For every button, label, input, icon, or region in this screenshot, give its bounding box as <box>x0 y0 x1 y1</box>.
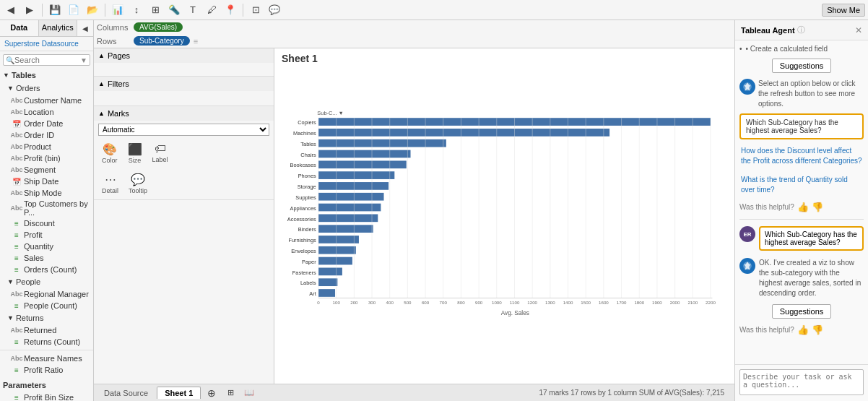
field-ship-mode[interactable]: AbcShip Mode <box>0 187 93 199</box>
bar-bookcases[interactable] <box>318 160 407 168</box>
field-order-date[interactable]: 📅Order Date <box>0 118 93 129</box>
field-ship-date[interactable]: 📅Ship Date <box>0 176 93 187</box>
measure-icon: ≡ <box>12 337 22 347</box>
search-input[interactable] <box>14 56 80 64</box>
data-source-tab[interactable]: Data Source <box>98 387 154 399</box>
marks-label-btn[interactable]: 🏷 Label <box>149 140 172 166</box>
suggestions-button-2[interactable]: Suggestions <box>772 304 832 319</box>
bar-paper[interactable] <box>318 257 352 265</box>
bar-art[interactable] <box>318 289 335 297</box>
thumbs-down-btn-2[interactable]: 👎 <box>812 324 823 335</box>
field-orders-count[interactable]: ≡Orders (Count) <box>0 264 93 275</box>
columns-pill[interactable]: AVG(Sales) <box>134 22 183 32</box>
back-btn[interactable]: ◀ <box>3 2 19 18</box>
field-location[interactable]: AbcLocation <box>0 106 93 118</box>
rows-row: Rows Sub-Category ≡ <box>94 34 734 48</box>
people-group[interactable]: ▼ People <box>0 275 93 288</box>
bar-binders[interactable] <box>318 225 373 233</box>
field-regional-manager[interactable]: AbcRegional Manager <box>0 288 93 300</box>
measure-icon: ≡ <box>12 365 22 375</box>
sheet1-tab[interactable]: Sheet 1 <box>157 387 201 399</box>
thumbs-up-btn-1[interactable]: 👍 <box>797 202 809 212</box>
left-panel-collapse[interactable]: ◀ <box>77 20 93 36</box>
bar-storage[interactable] <box>318 182 389 190</box>
field-product[interactable]: AbcProduct <box>0 141 93 152</box>
open-btn[interactable]: 📂 <box>84 2 100 18</box>
data-tab[interactable]: Data <box>0 20 39 36</box>
add-sheet-btn[interactable]: ⊕ <box>204 385 220 401</box>
marks-tooltip-btn[interactable]: 💬 Tooltip <box>125 171 151 197</box>
analytics-tab[interactable]: Analytics <box>39 20 78 36</box>
field-discount[interactable]: ≡Discount <box>0 217 93 229</box>
field-profit-bin-size[interactable]: ≡Profit Bin Size <box>0 392 93 401</box>
bar-tables[interactable] <box>318 139 446 147</box>
rows-pill[interactable]: Sub-Category <box>134 36 190 46</box>
marks-header[interactable]: ▲ Marks <box>94 106 274 121</box>
field-returns-count[interactable]: ≡Returns (Count) <box>0 336 93 348</box>
new-story-btn[interactable]: 📖 <box>241 385 257 401</box>
map-btn[interactable]: 📍 <box>222 2 238 18</box>
tooltip-btn[interactable]: 💬 <box>266 2 282 18</box>
format-btn[interactable]: 🖊 <box>204 2 220 18</box>
fixedsize-btn[interactable]: ⊡ <box>248 2 264 18</box>
label-btn[interactable]: T <box>185 2 201 18</box>
marks-size-btn[interactable]: ⬛ Size <box>124 140 146 166</box>
datasource-label[interactable]: Superstore Datasource <box>0 37 93 51</box>
question-1-box[interactable]: Which Sub-Category has the highest avera… <box>739 113 864 139</box>
field-profit[interactable]: ≡Profit <box>0 229 93 241</box>
bar-fasteners[interactable] <box>318 268 342 276</box>
field-order-id[interactable]: AbcOrder ID <box>0 129 93 141</box>
thumbs-up-btn-2[interactable]: 👍 <box>797 324 809 335</box>
bar-phones[interactable] <box>318 171 394 179</box>
bar-envelopes[interactable] <box>318 246 356 254</box>
sort-btn[interactable]: ↕ <box>129 2 144 18</box>
x-tick-1400: 1400 <box>563 300 573 305</box>
bar-labels[interactable] <box>318 278 337 286</box>
orders-group[interactable]: ▼ Orders <box>0 82 93 95</box>
forward-btn[interactable]: ▶ <box>22 2 38 18</box>
agent-input[interactable] <box>739 369 864 395</box>
field-profit-bin[interactable]: AbcProfit (bin) <box>0 152 93 164</box>
marks-icons-2: ⋯ Detail 💬 Tooltip <box>98 171 269 197</box>
abc-icon: Abc <box>12 353 22 363</box>
bar-supplies[interactable] <box>318 193 383 201</box>
save-btn[interactable]: 💾 <box>47 2 63 18</box>
new-btn[interactable]: 📄 <box>66 2 82 18</box>
field-quantity[interactable]: ≡Quantity <box>0 241 93 252</box>
returns-group[interactable]: ▼ Returns <box>0 311 93 324</box>
tables-section[interactable]: ▼ Tables <box>0 69 93 82</box>
field-people-count[interactable]: ≡People (Count) <box>0 300 93 311</box>
field-sales[interactable]: ≡Sales <box>0 252 93 264</box>
field-top-customers[interactable]: AbcTop Customers by P... <box>0 199 93 217</box>
question-3[interactable]: What is the trend of Quantity sold over … <box>739 173 864 197</box>
bar-appliances[interactable] <box>318 204 381 212</box>
new-dashboard-btn[interactable]: ⊞ <box>222 385 238 401</box>
marks-color-btn[interactable]: 🎨 Color <box>98 140 121 166</box>
question-2[interactable]: How does the Discount level affect the P… <box>739 144 864 168</box>
suggestions-button-1[interactable]: Suggestions <box>772 59 832 73</box>
agent-close-btn[interactable]: ✕ <box>855 25 862 35</box>
x-tick-300: 300 <box>368 300 376 305</box>
field-measure-names[interactable]: AbcMeasure Names <box>0 353 93 364</box>
marks-detail-btn[interactable]: ⋯ Detail <box>98 171 122 197</box>
marks-type-select[interactable]: Automatic <box>98 124 269 136</box>
highlight-btn[interactable]: 🔦 <box>166 2 182 18</box>
field-profit-ratio[interactable]: ≡Profit Ratio <box>0 364 93 376</box>
field-segment[interactable]: AbcSegment <box>0 164 93 176</box>
bar-furnishings[interactable] <box>318 236 359 243</box>
left-panel-body: ▼ Tables ▼ Orders AbcCustomer Name AbcLo… <box>0 69 93 401</box>
field-customer-name[interactable]: AbcCustomer Name <box>0 95 93 106</box>
field-returned[interactable]: AbcReturned <box>0 324 93 336</box>
thumbs-down-btn-1[interactable]: 👎 <box>812 202 823 212</box>
pages-header[interactable]: ▲ Pages <box>94 48 274 63</box>
filters-header[interactable]: ▲ Filters <box>94 77 274 91</box>
bar-accessories[interactable] <box>318 214 378 222</box>
bar-machines[interactable] <box>318 129 609 137</box>
bar-chart-btn[interactable]: 📊 <box>110 2 126 18</box>
x-tick-2100: 2100 <box>687 300 698 305</box>
people-label: People <box>16 277 40 286</box>
bar-chairs[interactable] <box>318 150 411 158</box>
show-me-button[interactable]: Show Me <box>822 4 865 17</box>
subcategory-col-header: Sub-C... ▼ <box>317 110 343 116</box>
filter-btn[interactable]: ⊞ <box>147 2 163 18</box>
